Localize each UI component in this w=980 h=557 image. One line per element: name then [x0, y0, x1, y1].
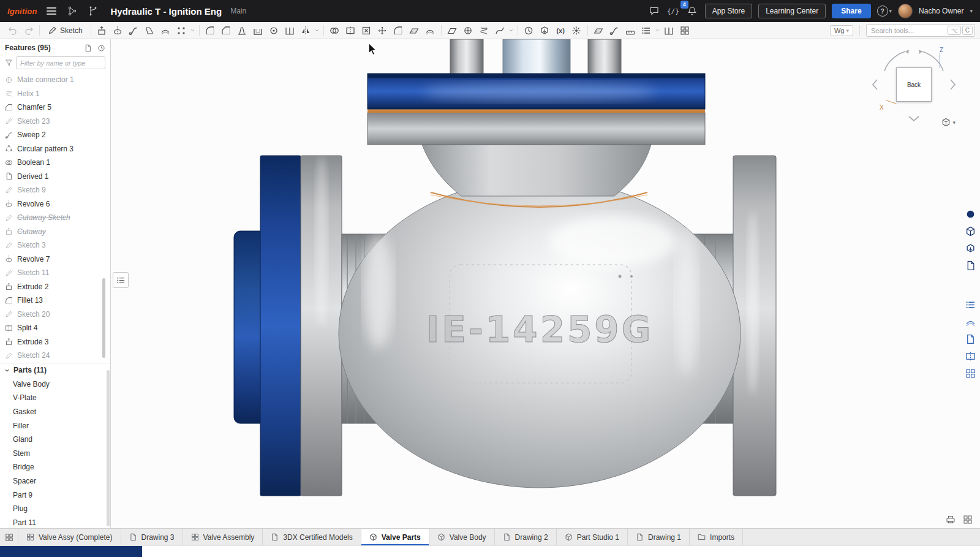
feature-item[interactable]: Revolve 6 — [0, 197, 110, 211]
feature-item[interactable]: Fillet 13 — [0, 294, 110, 308]
helix-icon[interactable] — [477, 23, 492, 37]
view-options-menu[interactable]: ▾ — [941, 118, 956, 127]
parts-scrollbar[interactable] — [107, 370, 110, 526]
variable-icon[interactable]: (x) — [553, 23, 568, 37]
tab-valve-assy-complete[interactable]: Valve Assy (Complete) — [18, 529, 121, 545]
display-states-cube-icon[interactable] — [962, 257, 978, 273]
mate-connector-icon[interactable] — [461, 23, 476, 37]
import-icon[interactable] — [537, 23, 552, 37]
feature-item[interactable]: Sketch 23 — [0, 115, 110, 129]
part-item[interactable]: Bridge — [0, 460, 110, 474]
plane-icon[interactable] — [445, 23, 460, 37]
learning-center-button[interactable]: Learning Center — [758, 4, 826, 18]
feature-item[interactable]: Circular pattern 3 — [0, 142, 110, 156]
hamburger-menu-icon[interactable] — [45, 4, 58, 18]
tab-imports[interactable]: Imports — [690, 529, 743, 545]
viewport-grid-icon[interactable] — [963, 515, 973, 525]
extrude-icon[interactable] — [94, 23, 110, 37]
move-face-icon[interactable] — [407, 23, 422, 37]
feature-item[interactable]: Split 4 — [0, 321, 110, 335]
feature-item[interactable]: Cutaway — [0, 225, 110, 239]
viewport-3d[interactable]: IE-14259G Z Back X ▾ — [111, 39, 980, 528]
mirror-dropdown-chevron-icon[interactable] — [314, 23, 320, 37]
split-icon[interactable] — [343, 23, 358, 37]
bom-icon[interactable] — [639, 23, 654, 37]
mirror-icon[interactable] — [298, 23, 314, 37]
help-menu[interactable]: ? ▾ — [877, 6, 892, 17]
fillet-icon[interactable] — [203, 23, 218, 37]
code-icon[interactable]: {/} — [667, 7, 679, 15]
part-item[interactable]: Filler — [0, 419, 110, 433]
material-sphere-icon[interactable] — [962, 206, 978, 222]
shell-icon[interactable] — [251, 23, 266, 37]
hole-icon[interactable] — [266, 23, 282, 37]
part-item[interactable]: Plug — [0, 502, 110, 516]
feature-item[interactable]: Revolve 7 — [0, 252, 110, 267]
feature-item[interactable]: Helix 1 — [0, 87, 110, 101]
feature-item[interactable]: Cutaway Sketch — [0, 211, 110, 225]
named-views-cube-icon[interactable] — [962, 240, 978, 256]
replace-face-icon[interactable] — [423, 23, 438, 37]
delete-part-icon[interactable] — [359, 23, 374, 37]
tab-drawing-1[interactable]: Drawing 1 — [628, 529, 690, 545]
feature-item[interactable]: Derived 1 — [0, 170, 110, 184]
user-menu-caret-icon[interactable]: ▾ — [970, 8, 973, 14]
feature-item[interactable]: Extrude 3 — [0, 335, 110, 349]
version-tree-icon[interactable] — [66, 4, 79, 18]
features-scrollbar[interactable] — [102, 278, 105, 358]
app-store-button[interactable]: App Store — [705, 4, 752, 18]
feature-item[interactable]: Mate connector 1 — [0, 73, 110, 87]
branch-icon[interactable] — [86, 4, 100, 18]
surface-icon[interactable] — [591, 23, 606, 37]
view-cube[interactable]: Z Back X — [871, 48, 957, 121]
chamfer-icon[interactable] — [219, 23, 234, 37]
feature-item[interactable]: Extrude 2 — [0, 280, 110, 294]
part-item[interactable]: Valve Body — [0, 377, 110, 392]
feature-item[interactable]: Boolean 1 — [0, 156, 110, 170]
redo-icon[interactable] — [21, 23, 36, 37]
boolean-icon[interactable] — [327, 23, 342, 37]
user-avatar[interactable] — [898, 4, 913, 18]
wrap-icon[interactable] — [607, 23, 622, 37]
tab-manager-button[interactable] — [0, 529, 18, 545]
feature-item[interactable]: Sketch 20 — [0, 308, 110, 322]
part-item[interactable]: V-Plate — [0, 391, 110, 405]
feature-list-panel-icon[interactable] — [962, 297, 978, 313]
feature-item[interactable]: Chamfer 5 — [0, 100, 110, 115]
part-item[interactable]: Stem — [0, 446, 110, 460]
move-to-document-icon[interactable] — [82, 42, 93, 53]
custom-tables-panel-icon[interactable] — [962, 331, 978, 347]
tab-3dx-certified-models[interactable]: 3DX Certified Models — [263, 529, 361, 545]
bom-panel-icon[interactable] — [962, 348, 978, 364]
feature-list-toggle[interactable] — [113, 272, 129, 288]
loft-icon[interactable] — [142, 23, 157, 37]
linear-pattern-icon[interactable] — [174, 23, 189, 37]
appearance-icon[interactable] — [677, 23, 693, 37]
curve-dropdown-chevron-icon[interactable] — [508, 23, 514, 37]
feature-item[interactable]: Sketch 24 — [0, 349, 110, 363]
modify-fillet-icon[interactable] — [391, 23, 406, 37]
part-item[interactable]: Part 11 — [0, 515, 110, 528]
tab-valve-parts[interactable]: Valve Parts — [361, 529, 429, 545]
share-button[interactable]: Share — [832, 4, 870, 18]
appearance-cube-icon[interactable] — [962, 223, 978, 239]
rollback-history-icon[interactable] — [96, 42, 107, 53]
rib-icon[interactable] — [282, 23, 298, 37]
featurescript-icon[interactable] — [569, 23, 584, 37]
part-item[interactable]: Spacer — [0, 474, 110, 488]
feature-item[interactable]: Sweep 2 — [0, 128, 110, 142]
configurations-panel-icon[interactable] — [962, 314, 978, 330]
draft-icon[interactable] — [235, 23, 250, 37]
tab-valve-assembly[interactable]: Valve Assembly — [183, 529, 263, 545]
sweep-icon[interactable] — [126, 23, 141, 37]
thicken-icon[interactable] — [158, 23, 173, 37]
tab-drawing-3[interactable]: Drawing 3 — [121, 529, 183, 545]
workspace-name[interactable]: Main — [230, 7, 246, 15]
view-cube-face-back[interactable]: Back — [896, 67, 932, 102]
measure-icon[interactable] — [623, 23, 638, 37]
feature-item[interactable]: Sketch 11 — [0, 266, 110, 280]
notifications-bell-icon[interactable]: 4 — [685, 4, 699, 18]
feature-item[interactable]: Sketch 3 — [0, 238, 110, 252]
pattern-dropdown-chevron-icon[interactable] — [190, 23, 196, 37]
comment-icon[interactable] — [647, 4, 661, 18]
